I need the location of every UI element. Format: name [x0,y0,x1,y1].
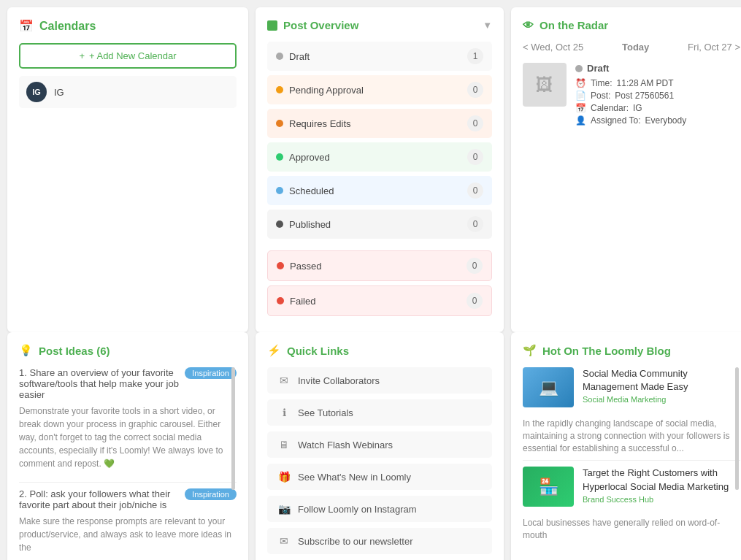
calendar-icon: 📅 [19,19,34,33]
calendar-item[interactable]: IG IG [19,76,237,108]
plant-icon: 🌱 [523,344,537,357]
quick-links-title: ⚡ Quick Links [267,344,492,357]
idea-item-1: 1. Share an overview of your favorite so… [19,367,237,470]
next-date[interactable]: Fri, Oct 27 > [688,42,740,53]
watch-webinars-link[interactable]: 🖥 Watch Flash Webinars [267,431,492,458]
blog-info-2: Target the Right Customers with Hyperloc… [583,467,740,507]
scrollbar[interactable] [231,367,235,490]
newsletter-icon: ✉ [277,535,291,547]
blog-list: 💻 Social Media Community Management Made… [523,367,740,560]
inspiration-badge: Inspiration [185,367,237,379]
status-draft[interactable]: Draft 1 [267,42,492,71]
filter-icon[interactable]: ▼ [483,20,492,31]
blog-thumbnail-2: 🏪 [523,467,574,507]
calendar-name: IG [54,87,64,98]
count-badge: 0 [467,216,483,232]
article-desc-1: In the rapidly changing landscape of soc… [523,418,740,454]
calendar-icon: 📅 [575,103,586,113]
square-icon [267,20,277,31]
heart-icon: 💚 [104,459,115,469]
dot-icon [276,187,283,194]
blog-image-icon-2: 🏪 [539,477,558,496]
on-the-radar-card: 👁 On the Radar < Wed, Oct 25 Today Fri, … [511,7,741,332]
plus-icon: + [79,50,85,61]
count-badge: 0 [467,258,483,274]
post-overview-header: Post Overview ▼ [267,19,492,31]
idea-description: Make sure the response prompts are relev… [19,515,237,554]
radar-title: 👁 On the Radar [523,19,740,31]
thumbnail-image-2: 🏪 [523,467,574,507]
article-desc-2: Local businesses have generally relied o… [523,517,740,542]
follow-instagram-link[interactable]: 📷 Follow Loomly on Instagram [267,496,492,522]
post-id: 📄 Post: Post 27560561 [575,91,740,101]
dot-icon [276,220,283,228]
scrollbar[interactable] [735,367,739,490]
gift-icon: 🎁 [277,471,291,483]
blog-article-1[interactable]: 💻 Social Media Community Management Made… [523,367,740,407]
idea-item-2: 2. Poll: ask your followers what their f… [19,488,237,554]
blog-info-1: Social Media Community Management Made E… [583,367,740,407]
status-approved[interactable]: Approved 0 [267,142,492,172]
post-ideas-card: 💡 Post Ideas (6) 1. Share an overview of… [7,332,248,560]
post-ideas-list[interactable]: 1. Share an overview of your favorite so… [19,367,237,560]
subscribe-newsletter-link[interactable]: ✉ Subscribe to our newsletter [267,528,492,554]
eye-icon: 👁 [523,19,534,31]
radar-post: 🖼 Draft ⏰ Time: 11:28 AM PDT 📄 Post: Pos… [523,63,740,128]
image-icon: 🖼 [536,74,553,95]
blog-thumbnail-1: 💻 [523,367,574,407]
calendars-card: 📅 Calendars + + Add New Calendar IG IG [7,7,248,332]
invite-collaborators-link[interactable]: ✉ Invite Collaborators [267,367,492,394]
instagram-icon: 📷 [277,503,291,515]
info-icon: ℹ [277,407,291,418]
dot-icon [277,262,284,269]
post-ideas-title: 💡 Post Ideas (6) [19,344,237,357]
status-pending[interactable]: Pending Approval 0 [267,75,492,104]
status-passed[interactable]: Passed 0 [267,250,492,281]
blog-image-icon: 💻 [539,378,558,397]
blog-article-2[interactable]: 🏪 Target the Right Customers with Hyperl… [523,467,740,507]
article-category-1: Social Media Marketing [583,395,740,404]
article-category-2: Brand Success Hub [583,495,740,504]
count-badge: 0 [467,183,483,199]
prev-date[interactable]: < Wed, Oct 25 [523,42,583,53]
lightning-icon: ⚡ [267,344,281,357]
status-published[interactable]: Published 0 [267,210,492,239]
add-calendar-button[interactable]: + + Add New Calendar [19,43,237,69]
article-title-2: Target the Right Customers with Hyperloc… [583,467,740,493]
post-assigned: 👤 Assigned To: Everybody [575,115,740,126]
blog-title: 🌱 Hot On The Loomly Blog [523,344,740,357]
today-label[interactable]: Today [622,42,649,53]
status-requires-edits[interactable]: Requires Edits 0 [267,109,492,138]
dot-icon [276,120,283,127]
post-overview-title: Post Overview [267,19,358,31]
idea-description: Demonstrate your favorite tools in a sho… [19,404,237,470]
quick-links-card: ⚡ Quick Links ✉ Invite Collaborators ℹ S… [256,332,504,560]
post-calendar: 📅 Calendar: IG [575,103,740,113]
dot-icon [575,65,583,72]
email-icon: ✉ [277,375,291,386]
article-title-1: Social Media Community Management Made E… [583,367,740,394]
dot-icon [276,86,283,93]
status-scheduled[interactable]: Scheduled 0 [267,176,492,205]
see-tutorials-link[interactable]: ℹ See Tutorials [267,399,492,426]
count-badge: 0 [467,82,483,98]
whats-new-link[interactable]: 🎁 See What's New in Loomly [267,464,492,490]
clock-icon: ⏰ [575,78,586,88]
dot-icon [276,53,283,60]
count-badge: 1 [467,48,483,64]
bulb-icon: 💡 [19,344,33,357]
count-badge: 0 [467,293,483,309]
person-icon: 👤 [575,115,586,126]
calendars-title: 📅 Calendars [19,19,237,33]
radar-navigation: < Wed, Oct 25 Today Fri, Oct 27 > [523,42,740,53]
post-time: ⏰ Time: 11:28 AM PDT [575,78,740,88]
post-thumbnail: 🖼 [523,63,567,107]
hot-blog-card: 🌱 Hot On The Loomly Blog 💻 Social Media … [511,332,741,560]
dot-icon [276,153,283,161]
count-badge: 0 [467,115,483,131]
post-overview-card: Post Overview ▼ Draft 1 Pending Approval… [256,7,504,332]
dot-icon [277,297,284,304]
thumbnail-image-1: 💻 [523,367,574,407]
post-icon: 📄 [575,91,586,101]
status-failed[interactable]: Failed 0 [267,285,492,316]
